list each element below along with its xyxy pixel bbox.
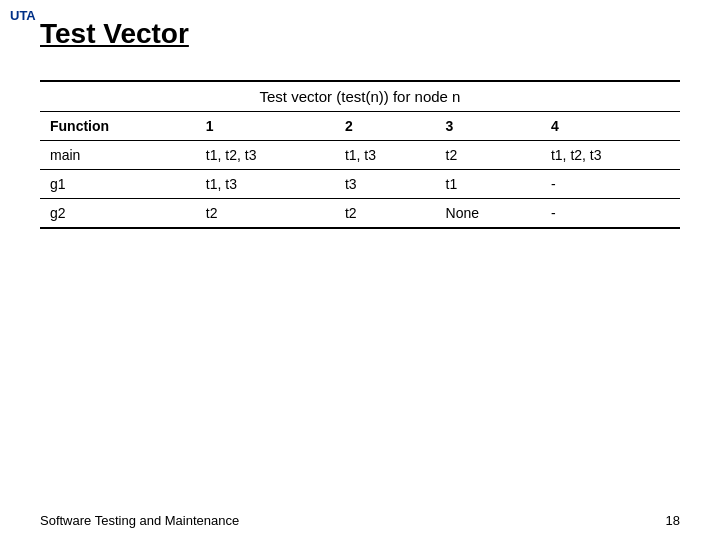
table-cell-row1-col1: t1, t3 xyxy=(196,170,335,199)
table-body: maint1, t2, t3t1, t3t2t1, t2, t3g1t1, t3… xyxy=(40,141,680,229)
table-cell-row0-col3: t2 xyxy=(436,141,541,170)
footer: Software Testing and Maintenance 18 xyxy=(40,513,680,528)
table-subtitle: Test vector (test(n)) for node n xyxy=(40,82,680,112)
footer-text: Software Testing and Maintenance xyxy=(40,513,239,528)
table-cell-row2-col0: g2 xyxy=(40,199,196,229)
table-row: g2t2t2None- xyxy=(40,199,680,229)
table-cell-row1-col4: - xyxy=(541,170,680,199)
table-cell-row0-col1: t1, t2, t3 xyxy=(196,141,335,170)
table-cell-row2-col4: - xyxy=(541,199,680,229)
footer-page: 18 xyxy=(666,513,680,528)
table-cell-row2-col1: t2 xyxy=(196,199,335,229)
table-row: maint1, t2, t3t1, t3t2t1, t2, t3 xyxy=(40,141,680,170)
table-cell-row0-col0: main xyxy=(40,141,196,170)
col-header-4: 4 xyxy=(541,112,680,141)
table-cell-row2-col2: t2 xyxy=(335,199,436,229)
uta-logo: UTA xyxy=(10,8,36,23)
table-cell-row0-col4: t1, t2, t3 xyxy=(541,141,680,170)
main-content: Test vector (test(n)) for node n Functio… xyxy=(40,80,680,229)
table-container: Test vector (test(n)) for node n Functio… xyxy=(40,80,680,229)
table-header-row: Function 1 2 3 4 xyxy=(40,112,680,141)
table-cell-row1-col0: g1 xyxy=(40,170,196,199)
col-header-function: Function xyxy=(40,112,196,141)
col-header-1: 1 xyxy=(196,112,335,141)
col-header-3: 3 xyxy=(436,112,541,141)
table-cell-row1-col2: t3 xyxy=(335,170,436,199)
table-row: g1t1, t3t3t1- xyxy=(40,170,680,199)
page-title: Test Vector xyxy=(40,18,189,49)
col-header-2: 2 xyxy=(335,112,436,141)
table-cell-row1-col3: t1 xyxy=(436,170,541,199)
table-cell-row0-col2: t1, t3 xyxy=(335,141,436,170)
test-vector-table: Function 1 2 3 4 maint1, t2, t3t1, t3t2t… xyxy=(40,112,680,229)
table-cell-row2-col3: None xyxy=(436,199,541,229)
page-title-container: Test Vector xyxy=(40,18,189,50)
